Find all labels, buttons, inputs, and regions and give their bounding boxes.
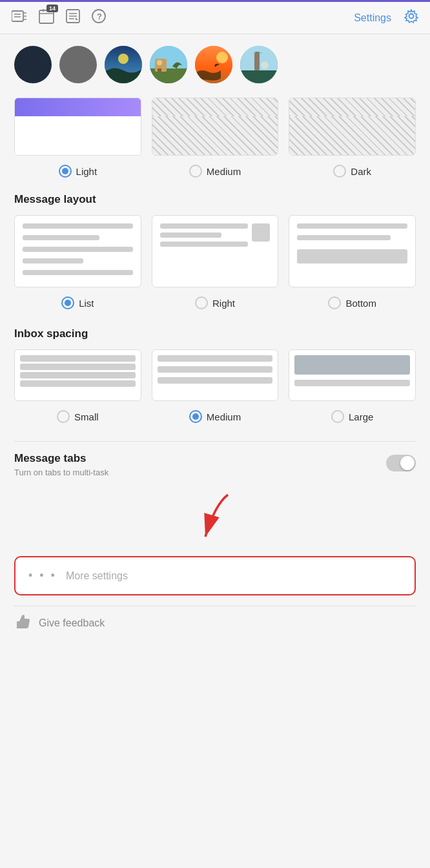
layout-options	[14, 215, 416, 287]
layout-card-list[interactable]	[14, 215, 141, 287]
spacing-line	[20, 372, 136, 378]
spacing-options	[14, 349, 416, 401]
layout-line	[23, 223, 133, 229]
message-tabs-toggle[interactable]	[386, 455, 416, 471]
layout-bottom-content	[294, 221, 410, 266]
spacing-large-label: Large	[349, 411, 373, 422]
notes-icon[interactable]	[66, 9, 80, 26]
radio-medium-sp[interactable]	[189, 410, 202, 423]
theme-light-label: Light	[76, 166, 97, 177]
layout-line	[297, 223, 407, 229]
theme-option-dark[interactable]: Dark	[289, 165, 416, 178]
layout-line	[160, 232, 222, 238]
spacing-card-medium[interactable]	[152, 349, 279, 401]
more-settings-button[interactable]: • • • More settings	[14, 556, 416, 595]
top-nav: 14 ? Settings	[0, 0, 430, 34]
give-feedback-label: Give feedback	[39, 617, 105, 629]
help-icon[interactable]: ?	[92, 9, 106, 26]
spacing-radio-row: Small Medium Large	[14, 410, 416, 423]
theme-radio-row: Light Medium Dark	[14, 165, 416, 178]
nav-icons: 14 ?	[12, 8, 341, 27]
message-tabs-title: Message tabs	[14, 452, 108, 465]
spacing-option-medium[interactable]: Medium	[152, 410, 279, 423]
svg-rect-24	[158, 68, 161, 72]
layout-line	[160, 223, 249, 229]
spacing-card-large[interactable]	[289, 349, 416, 401]
svg-point-26	[216, 52, 228, 63]
theme-option-light[interactable]: Light	[14, 165, 141, 178]
spacing-card-small[interactable]	[14, 349, 141, 401]
layout-bottom-label: Bottom	[345, 298, 376, 309]
layout-list-label: List	[79, 298, 94, 309]
theme-card-medium[interactable]	[152, 98, 279, 156]
calendar-icon[interactable]: 14	[39, 8, 54, 27]
layout-card-right[interactable]	[152, 215, 279, 287]
spacing-line	[158, 377, 273, 384]
spacing-line	[158, 355, 273, 362]
radio-right[interactable]	[195, 296, 208, 309]
avatar-4[interactable]	[150, 46, 187, 83]
avatar-3[interactable]	[105, 46, 142, 83]
theme-card-header-medium	[152, 98, 278, 116]
theme-card-dark[interactable]	[289, 98, 416, 156]
layout-list-content	[20, 221, 136, 282]
avatar-1[interactable]	[14, 46, 52, 83]
spacing-small-label: Small	[74, 411, 99, 422]
theme-dark-label: Dark	[351, 166, 371, 177]
settings-label[interactable]: Settings	[354, 12, 391, 24]
svg-point-19	[118, 54, 128, 64]
layout-line	[23, 235, 99, 240]
theme-card-body-medium	[152, 116, 278, 155]
layout-option-right[interactable]: Right	[152, 296, 279, 309]
more-settings-dots: • • •	[28, 569, 57, 583]
layout-option-bottom[interactable]: Bottom	[289, 296, 416, 309]
layout-line	[160, 242, 249, 247]
message-tabs-section: Message tabs Turn on tabs to multi-task	[14, 452, 416, 482]
theme-option-medium[interactable]: Medium	[152, 165, 279, 178]
spacing-line-large	[294, 355, 410, 375]
theme-card-header	[15, 98, 141, 116]
avatar-2[interactable]	[59, 46, 97, 83]
svg-rect-29	[254, 52, 260, 70]
layout-card-bottom[interactable]	[289, 215, 416, 287]
theme-card-body	[15, 116, 141, 155]
spacing-option-small[interactable]: Small	[14, 410, 141, 423]
inbox-spacing-section: Inbox spacing	[14, 327, 416, 423]
svg-rect-28	[240, 70, 278, 83]
theme-card-body-dark	[289, 116, 415, 155]
contacts-icon[interactable]	[12, 10, 27, 26]
radio-bottom[interactable]	[328, 296, 341, 309]
tabs-info: Message tabs Turn on tabs to multi-task	[14, 452, 108, 477]
give-feedback-row[interactable]: Give feedback	[14, 606, 416, 640]
message-tabs-desc: Turn on tabs to multi-task	[14, 468, 108, 477]
spacing-line	[158, 366, 273, 373]
radio-medium[interactable]	[189, 165, 202, 178]
radio-dark[interactable]	[333, 165, 346, 178]
theme-options	[14, 98, 416, 156]
radio-large[interactable]	[331, 410, 344, 423]
theme-medium-label: Medium	[207, 166, 241, 177]
svg-point-23	[157, 60, 162, 65]
radio-list[interactable]	[61, 296, 74, 309]
more-settings-label: More settings	[66, 570, 128, 582]
theme-card-light[interactable]	[14, 98, 141, 156]
layout-option-list[interactable]: List	[14, 296, 141, 309]
radio-light[interactable]	[59, 165, 72, 178]
svg-point-30	[261, 61, 269, 69]
spacing-line	[20, 380, 136, 387]
theme-card-header-dark	[289, 98, 415, 116]
divider-1	[14, 441, 416, 442]
annotation-arrow	[14, 491, 416, 550]
avatar-row	[14, 46, 416, 83]
layout-line	[297, 235, 391, 240]
spacing-medium-label: Medium	[207, 411, 241, 422]
settings-gear-icon[interactable]	[404, 9, 418, 26]
layout-thumb-bottom	[297, 249, 407, 264]
avatar-5[interactable]	[195, 46, 232, 83]
spacing-option-large[interactable]: Large	[289, 410, 416, 423]
layout-line	[23, 247, 133, 252]
radio-small[interactable]	[57, 410, 70, 423]
avatar-6[interactable]	[240, 46, 278, 83]
thumbs-up-icon	[14, 613, 31, 634]
layout-right-label: Right	[212, 298, 235, 309]
